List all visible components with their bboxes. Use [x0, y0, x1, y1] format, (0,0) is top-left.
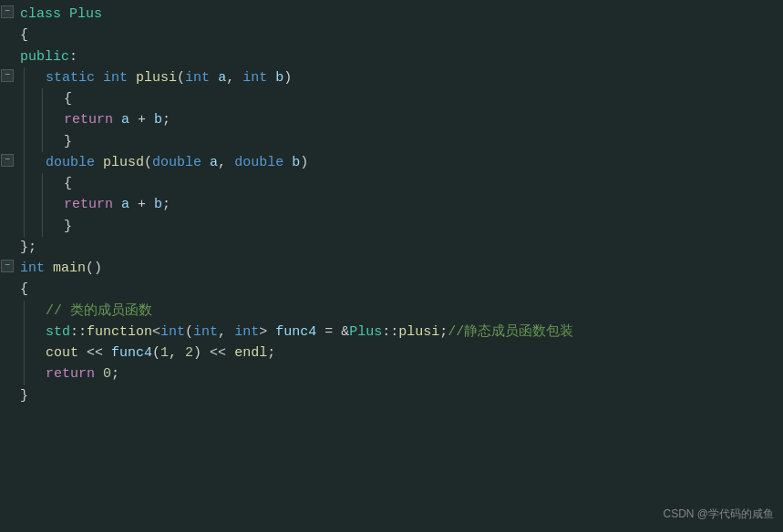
- token-comment: // 类的成员函数: [46, 303, 152, 319]
- token-fn-name: plusd: [103, 155, 144, 170]
- line-content: class Plus: [16, 4, 783, 25]
- token-std-ns: std: [46, 324, 70, 340]
- token-punc: ;: [111, 366, 119, 382]
- token-number: 0: [103, 366, 111, 382]
- indent-guide: [24, 301, 42, 322]
- token-punc: :: [69, 49, 77, 65]
- code-line: // 类的成员函数: [0, 301, 783, 322]
- indent-guide: [24, 343, 42, 363]
- token-param-var: a: [218, 70, 226, 86]
- code-line: public:: [0, 46, 783, 67]
- watermark: CSDN @学代码的咸鱼: [663, 506, 774, 523]
- code-line: −double plusd(double a, double b): [0, 152, 783, 173]
- line-content: }: [16, 385, 783, 406]
- token-kw-int: int: [103, 70, 128, 86]
- token-cls-name: Plus: [69, 6, 102, 22]
- fold-button[interactable]: −: [1, 154, 14, 167]
- token-punc: {: [20, 27, 28, 43]
- indent-guide: [24, 88, 42, 109]
- token-punc: (: [185, 324, 193, 340]
- token-punc: [267, 70, 275, 86]
- token-punc: [113, 112, 121, 128]
- token-punc: {: [64, 176, 72, 191]
- code-line: };: [0, 237, 783, 258]
- line-content: {: [60, 88, 783, 109]
- token-punc: +: [129, 112, 154, 128]
- token-punc: ;: [439, 324, 448, 340]
- token-punc: [128, 70, 136, 86]
- token-punc: [267, 324, 275, 340]
- code-line: return 0;: [0, 363, 783, 384]
- line-content: static int plusi(int a, int b): [42, 67, 783, 88]
- line-content: int main(): [16, 258, 783, 279]
- token-kw-return: return: [64, 197, 113, 212]
- token-kw-int: int: [185, 70, 210, 86]
- token-punc: {: [20, 281, 28, 297]
- token-punc: ;: [267, 345, 275, 361]
- token-punc: ,: [169, 345, 185, 361]
- token-kw-int: int: [234, 324, 259, 340]
- token-param-var: func4: [275, 324, 316, 340]
- token-punc: [95, 70, 103, 86]
- token-punc: ::: [382, 324, 398, 340]
- code-line: {: [0, 173, 783, 194]
- token-fn-name: function: [87, 324, 152, 340]
- line-content: cout << func4(1, 2) << endl;: [42, 343, 783, 363]
- token-kw-double: double: [46, 155, 95, 170]
- token-param-var: b: [275, 70, 283, 86]
- indent-guide: [24, 322, 42, 343]
- token-punc: (: [177, 70, 185, 86]
- token-fn-name: cout: [46, 345, 78, 361]
- token-punc: >: [259, 324, 267, 340]
- token-punc: [210, 70, 218, 86]
- token-punc: [95, 155, 103, 170]
- code-line: return a + b;: [0, 109, 783, 130]
- line-content: {: [16, 25, 783, 46]
- token-punc: ;: [162, 112, 170, 128]
- token-punc: +: [129, 197, 154, 212]
- token-punc: [95, 366, 103, 382]
- token-kw-double: double: [152, 155, 201, 170]
- line-content: double plusd(double a, double b): [42, 152, 783, 173]
- line-content: std::function<int(int, int> func4 = &Plu…: [42, 322, 783, 343]
- indent-guide: [24, 67, 42, 88]
- token-punc: [45, 261, 53, 276]
- token-punc: ,: [226, 70, 242, 86]
- line-content: return 0;: [42, 363, 783, 384]
- line-content: // 类的成员函数: [42, 301, 783, 322]
- token-punc: ::: [70, 324, 87, 340]
- token-cls-name: Plus: [349, 324, 382, 340]
- indent-guide: [42, 88, 60, 109]
- indent-guide: [24, 173, 42, 194]
- indent-guide: [42, 109, 60, 130]
- indent-guide: [42, 131, 60, 152]
- token-kw-class: class: [20, 6, 61, 22]
- fold-button[interactable]: −: [1, 260, 14, 272]
- token-param-var: a: [121, 112, 129, 128]
- code-line: return a + b;: [0, 194, 783, 215]
- token-comment: //静态成员函数包装: [448, 324, 573, 340]
- code-line: std::function<int(int, int> func4 = &Plu…: [0, 322, 783, 343]
- line-content: }: [60, 131, 783, 152]
- token-punc: }: [64, 219, 72, 234]
- token-param-var: b: [154, 197, 162, 212]
- token-fn-name: plusi: [136, 70, 177, 86]
- fold-button[interactable]: −: [1, 5, 14, 18]
- token-punc: ,: [218, 324, 234, 340]
- indent-guide: [24, 363, 42, 384]
- token-punc: };: [20, 240, 36, 255]
- token-punc: (: [144, 155, 152, 170]
- token-number: 2: [185, 345, 193, 361]
- indent-guide: [24, 152, 42, 173]
- token-punc: ): [283, 70, 292, 86]
- code-editor: −class Plus{public:−static int plusi(int…: [0, 0, 783, 532]
- code-line: }: [0, 216, 783, 237]
- token-fn-name: main: [53, 261, 86, 276]
- indent-guide: [42, 173, 60, 194]
- token-kw-return: return: [64, 112, 113, 128]
- token-kw-int: int: [160, 324, 185, 340]
- indent-guide: [24, 216, 42, 237]
- token-param-var: b: [154, 112, 162, 128]
- token-punc: <<: [78, 345, 111, 361]
- fold-button[interactable]: −: [1, 69, 14, 82]
